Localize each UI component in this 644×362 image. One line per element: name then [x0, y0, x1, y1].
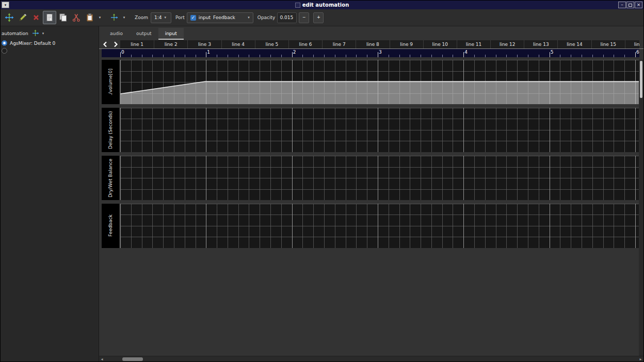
ruler: 0123456 [102, 49, 639, 57]
line-header-10: line 10 [423, 40, 457, 48]
lane-grid[interactable] [120, 108, 639, 152]
line-header-2: line 2 [154, 40, 187, 48]
lane-label: Delay (Seconds) [102, 108, 119, 152]
line-header-14: line 14 [557, 40, 591, 48]
titlebar: ▾ edit automation – × [1, 1, 643, 9]
ruler-mark-1: 1 [207, 50, 210, 55]
line-header-7: line 7 [322, 40, 356, 48]
chevron-right-icon [113, 41, 118, 47]
lane-label: Dry/Wet Balance [102, 156, 119, 200]
nav-forward-button[interactable] [110, 40, 120, 48]
automation-lane-3: Feedback [102, 204, 639, 248]
scroll-right-icon[interactable]: ▸ [638, 357, 643, 361]
header-row: line 1line 2line 3line 4line 5line 6line… [99, 40, 643, 49]
vertical-scrollbar[interactable] [639, 60, 643, 356]
opacity-increase-button[interactable]: + [313, 12, 324, 23]
automation-tools-icon [110, 13, 118, 22]
line-header-1: line 1 [120, 40, 154, 48]
position-cursor-tool-button[interactable] [3, 11, 16, 24]
automation-editor: audiooutputinput line 1line 2line 3line … [99, 26, 643, 361]
radio-unselected-icon[interactable] [2, 48, 7, 54]
toolbar: ▾ ▾ Zoom 1:4 ▾ Port ✓ input Feedback ▾ O… [1, 9, 643, 26]
tab-output[interactable]: output [130, 28, 158, 40]
minimize-button[interactable]: – [618, 2, 626, 8]
line-header-4: line 4 [221, 40, 255, 48]
automation-lane-2: Dry/Wet Balance [102, 156, 639, 200]
line-header-12: line 12 [490, 40, 524, 48]
opacity-entry[interactable]: 0.015 [277, 12, 297, 23]
line-header-8: line 8 [356, 40, 389, 48]
scissors-icon [72, 13, 81, 22]
select-page-icon [45, 13, 54, 22]
editor-tab-bar: audiooutputinput [99, 26, 643, 40]
cut-button[interactable] [70, 11, 83, 24]
lanes: ./volume[0]Delay (Seconds)Dry/Wet Balanc… [102, 60, 639, 252]
lane-grid[interactable] [120, 204, 639, 248]
zoom-combo[interactable]: 1:4 ▾ [151, 12, 171, 23]
window-title: edit automation [302, 2, 349, 8]
automation-header[interactable]: automation ▾ [1, 26, 99, 39]
sidebar: automation ▾ AgsMixer: Default 0 [1, 26, 99, 361]
line-header-row: line 1line 2line 3line 4line 5line 6line… [120, 40, 639, 48]
edit-automation-window: ▾ edit automation – × [0, 0, 644, 362]
copy-icon [58, 13, 68, 22]
nav-back-button[interactable] [100, 40, 110, 48]
line-header-3: line 3 [187, 40, 221, 48]
machine-radio-row[interactable] [1, 47, 99, 55]
maximize-icon [629, 4, 632, 7]
horizontal-scrollbar-track[interactable] [105, 357, 638, 361]
line-header-5: line 5 [255, 40, 288, 48]
line-header-16: line 16 [625, 40, 639, 48]
clear-x-icon [31, 13, 41, 22]
ruler-mark-4: 4 [464, 50, 468, 55]
zoom-value: 1:4 [154, 15, 162, 20]
minimize-icon: – [621, 2, 623, 8]
opacity-label: Opacity [257, 15, 276, 20]
position-cursor-icon [5, 13, 14, 22]
horizontal-scrollbar-handle[interactable] [122, 357, 143, 361]
line-header-6: line 6 [288, 40, 322, 48]
lane-grid[interactable] [120, 60, 639, 104]
close-button[interactable]: × [635, 2, 642, 8]
pencil-icon [18, 13, 27, 22]
horizontal-scrollbar[interactable]: ◂ ▸ [99, 356, 643, 361]
select-tool-button[interactable] [43, 11, 56, 24]
port-label: Port [175, 15, 185, 20]
chevron-down-icon: ▾ [123, 15, 125, 20]
zoom-label: Zoom [135, 15, 148, 20]
lane-grid[interactable] [120, 156, 639, 200]
port-check-label: input [199, 15, 211, 20]
automation-lane-1: Delay (Seconds) [102, 108, 639, 152]
maximize-button[interactable] [626, 2, 634, 8]
ruler-mark-3: 3 [379, 50, 382, 55]
chevron-down-icon: ▾ [248, 15, 250, 20]
port-value: Feedback [213, 15, 245, 20]
opacity-decrease-button[interactable]: − [299, 12, 309, 23]
menu-tool-button[interactable] [107, 11, 121, 24]
tab-input[interactable]: input [158, 28, 184, 40]
paste-dropdown-button[interactable]: ▾ [96, 11, 103, 24]
window-controls: – × [618, 2, 642, 8]
automation-lane-0: ./volume[0] [102, 60, 639, 104]
scroll-left-icon[interactable]: ◂ [99, 357, 105, 361]
tab-audio[interactable]: audio [103, 28, 130, 40]
ruler-mark-5: 5 [551, 50, 554, 55]
automation-icon [31, 29, 39, 37]
paste-button[interactable] [83, 11, 96, 24]
machine-label: AgsMixer: Default 0 [10, 41, 55, 46]
machine-list: AgsMixer: Default 0 [1, 39, 99, 55]
chevron-down-icon[interactable]: ▾ [42, 31, 44, 36]
copy-button[interactable] [56, 11, 70, 24]
machine-radio-row[interactable]: AgsMixer: Default 0 [1, 39, 99, 47]
menu-tool-dropdown-button[interactable]: ▾ [121, 11, 127, 24]
app-icon [295, 3, 300, 8]
clear-tool-button[interactable] [29, 11, 43, 24]
close-icon: × [637, 2, 641, 8]
port-combo[interactable]: ✓ input Feedback ▾ [187, 12, 253, 23]
line-header-13: line 13 [524, 40, 557, 48]
radio-selected-icon[interactable] [2, 40, 7, 46]
checkmark-icon: ✓ [191, 15, 196, 20]
edit-tool-button[interactable] [16, 11, 29, 24]
vertical-scrollbar-handle[interactable] [640, 61, 642, 98]
checkbox-checked-icon[interactable]: ✓ [190, 15, 196, 21]
